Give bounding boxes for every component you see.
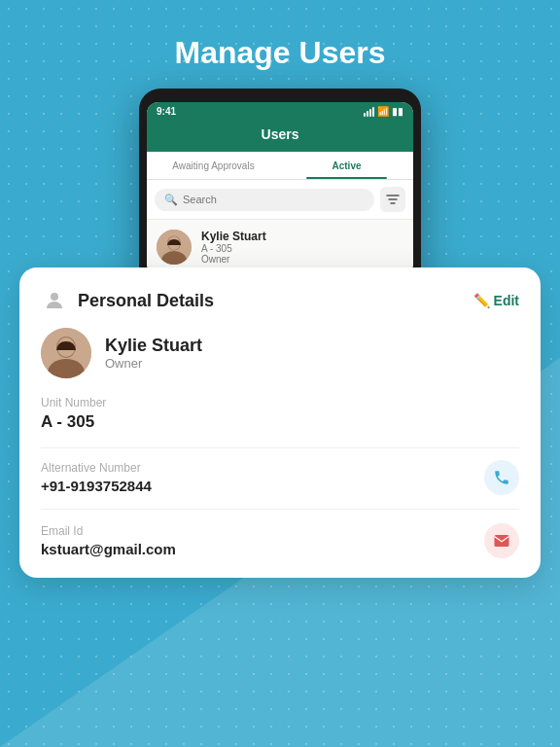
alt-number-row: Alternative Number +91-9193752844 — [41, 460, 519, 510]
search-row: 🔍 — [147, 180, 413, 220]
status-icons: 📶 ▮▮ — [364, 106, 403, 117]
card-title: Personal Details — [78, 291, 214, 311]
app-header-title: Users — [262, 126, 299, 142]
status-bar: 9:41 📶 ▮▮ — [147, 102, 413, 121]
tab-awaiting-approvals[interactable]: Awaiting Approvals — [147, 152, 280, 179]
unit-number-section: Unit Number A - 305 — [41, 396, 519, 448]
email-icon[interactable] — [484, 523, 519, 558]
card-user-details: Kylie Stuart Owner — [105, 336, 202, 371]
edit-button[interactable]: ✏️ Edit — [473, 293, 519, 308]
wifi-icon: 📶 — [377, 106, 389, 117]
filter-icon — [385, 192, 401, 207]
unit-number-value: A - 305 — [41, 412, 519, 432]
user-name-mini: Kylie Stuart — [201, 230, 266, 243]
tablet-frame: 9:41 📶 ▮▮ Users Awaiting Approvals — [139, 89, 421, 287]
user-role-mini: Owner — [201, 254, 266, 265]
svg-point-7 — [51, 293, 58, 301]
tab-active-label: Active — [332, 160, 361, 171]
user-avatar-small — [157, 230, 192, 265]
email-section: Email Id kstuart@gmail.com — [41, 510, 519, 578]
card-user-name: Kylie Stuart — [105, 336, 202, 356]
signal-icon — [364, 107, 374, 117]
personal-details-card: Personal Details ✏️ Edit Kylie Stuart Ow… — [19, 267, 541, 578]
unit-number-label: Unit Number — [41, 396, 519, 409]
tab-awaiting-label: Awaiting Approvals — [172, 160, 254, 171]
card-header-left: Personal Details — [41, 287, 214, 314]
tabs-container: Awaiting Approvals Active — [147, 152, 413, 180]
app-header: Users — [147, 121, 413, 152]
card-user-avatar — [41, 328, 91, 378]
page-title: Manage Users — [0, 0, 560, 89]
tab-active[interactable]: Active — [280, 152, 413, 179]
search-icon: 🔍 — [164, 194, 178, 206]
card-user-row: Kylie Stuart Owner — [41, 328, 519, 378]
email-label: Email Id — [41, 524, 176, 538]
card-user-role: Owner — [105, 356, 202, 371]
edit-pencil-icon: ✏️ — [473, 293, 490, 308]
card-header: Personal Details ✏️ Edit — [41, 287, 519, 314]
alt-number-value: +91-9193752844 — [41, 478, 152, 494]
svg-rect-12 — [495, 535, 509, 547]
person-icon — [41, 287, 68, 314]
filter-button[interactable] — [380, 187, 405, 212]
battery-icon: ▮▮ — [392, 106, 403, 117]
phone-call-icon[interactable] — [484, 460, 519, 495]
email-value: kstuart@gmail.com — [41, 541, 176, 557]
tablet-screen: 9:41 📶 ▮▮ Users Awaiting Approvals — [147, 102, 413, 275]
user-info-mini: Kylie Stuart A - 305 Owner — [201, 230, 266, 265]
edit-label: Edit — [494, 293, 519, 308]
alt-number-label: Alternative Number — [41, 461, 152, 475]
search-input-wrap[interactable]: 🔍 — [155, 189, 374, 211]
email-content: Email Id kstuart@gmail.com — [41, 524, 176, 557]
alt-number-content: Alternative Number +91-9193752844 — [41, 461, 152, 494]
search-input[interactable] — [183, 194, 365, 205]
user-unit-mini: A - 305 — [201, 243, 266, 254]
status-time: 9:41 — [157, 106, 176, 117]
